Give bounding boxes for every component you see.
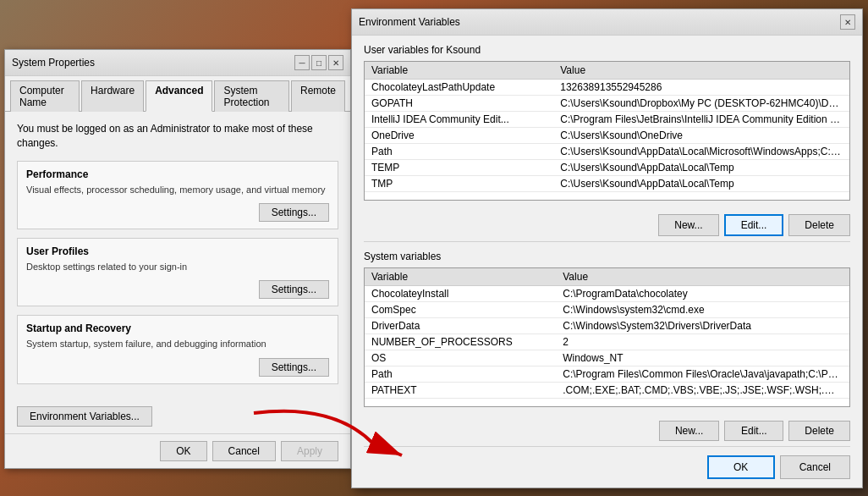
system-variables-table-container[interactable]: Variable Value ChocolateyInstallC:\Progr… <box>364 267 850 407</box>
user-vars-value-header: Value <box>553 62 849 80</box>
table-row[interactable]: PathC:\Program Files\Common Files\Oracle… <box>365 366 849 383</box>
user-profiles-title: User Profiles <box>26 245 329 257</box>
system-vars-delete-button[interactable]: Delete <box>788 421 850 441</box>
table-row[interactable]: ComSpecC:\Windows\system32\cmd.exe <box>365 302 849 318</box>
user-variables-table-container[interactable]: Variable Value ChocolateyLastPathUpdate1… <box>364 61 850 201</box>
user-variables-title: User variables for Ksound <box>364 44 850 56</box>
tab-remote[interactable]: Remote <box>291 80 345 112</box>
table-row[interactable]: ChocolateyInstallC:\ProgramData\chocolat… <box>365 286 849 302</box>
system-variables-title: System variables <box>364 251 850 262</box>
table-row[interactable]: ChocolateyLastPathUpdate1326389135529452… <box>365 80 849 96</box>
performance-settings-button[interactable]: Settings... <box>259 203 329 222</box>
env-vars-ok-button[interactable]: OK <box>707 455 775 479</box>
system-vars-edit-button[interactable]: Edit... <box>724 421 783 441</box>
sys-props-apply-button[interactable]: Apply <box>281 441 338 461</box>
sys-props-content: You must be logged on as an Administrato… <box>5 112 350 403</box>
tab-system-protection[interactable]: System Protection <box>214 80 288 112</box>
env-vars-close-button[interactable]: ✕ <box>840 14 855 30</box>
table-row[interactable]: NUMBER_OF_PROCESSORS2 <box>365 334 849 350</box>
tab-advanced[interactable]: Advanced <box>146 80 212 112</box>
user-variables-table: Variable Value ChocolateyLastPathUpdate1… <box>365 62 849 192</box>
env-vars-cancel-button[interactable]: Cancel <box>780 455 850 479</box>
startup-recovery-desc: System startup, system failure, and debu… <box>26 338 329 350</box>
table-row[interactable]: OSWindows_NT <box>365 350 849 366</box>
system-vars-value-header: Value <box>556 268 849 286</box>
system-vars-buttons: New... Edit... Delete <box>352 416 862 446</box>
sys-props-controls: ─ □ ✕ <box>294 55 343 70</box>
admin-note: You must be logged on as an Administrato… <box>17 122 338 151</box>
performance-desc: Visual effects, processor scheduling, me… <box>26 184 329 196</box>
sys-props-maximize-button[interactable]: □ <box>311 55 327 70</box>
table-row[interactable]: PathC:\Users\Ksound\AppData\Local\Micros… <box>365 144 849 160</box>
table-row[interactable]: PATHEXT.COM;.EXE;.BAT;.CMD;.VBS;.VBE;.JS… <box>365 383 849 399</box>
performance-section: Performance Visual effects, processor sc… <box>17 161 338 229</box>
user-profiles-settings-button[interactable]: Settings... <box>259 280 329 299</box>
user-profiles-section: User Profiles Desktop settings related t… <box>17 238 338 306</box>
sys-props-title: System Properties <box>12 57 95 69</box>
table-row[interactable]: OneDriveC:\Users\Ksound\OneDrive <box>365 128 849 144</box>
sys-props-footer: OK Cancel Apply <box>5 433 350 468</box>
env-vars-controls: ✕ <box>840 14 855 30</box>
table-row[interactable]: DriverDataC:\Windows\System32\Drivers\Dr… <box>365 318 849 334</box>
sys-props-close-button[interactable]: ✕ <box>328 55 343 70</box>
user-variables-tbody: ChocolateyLastPathUpdate1326389135529452… <box>365 80 849 192</box>
user-vars-delete-button[interactable]: Delete <box>788 214 850 236</box>
env-vars-title: Environment Variables <box>359 16 460 28</box>
user-vars-header-row: Variable Value <box>365 62 849 80</box>
system-variables-table: Variable Value ChocolateyInstallC:\Progr… <box>365 268 849 399</box>
user-vars-new-button[interactable]: New... <box>658 214 718 236</box>
user-vars-edit-button[interactable]: Edit... <box>724 214 784 236</box>
sys-props-ok-button[interactable]: OK <box>160 441 206 461</box>
table-row[interactable]: IntelliJ IDEA Community Edit...C:\Progra… <box>365 112 849 128</box>
sys-props-cancel-button[interactable]: Cancel <box>212 441 276 461</box>
system-vars-header-row: Variable Value <box>365 268 849 286</box>
user-vars-variable-header: Variable <box>365 62 553 80</box>
sys-props-tabs: Computer Name Hardware Advanced System P… <box>5 76 350 112</box>
startup-recovery-title: Startup and Recovery <box>26 322 329 334</box>
table-row[interactable]: GOPATHC:\Users\Ksound\Dropbox\My PC (DES… <box>365 96 849 112</box>
table-row[interactable]: TEMPC:\Users\Ksound\AppData\Local\Temp <box>365 160 849 176</box>
user-vars-buttons: New... Edit... Delete <box>352 209 862 241</box>
startup-recovery-settings-button[interactable]: Settings... <box>259 358 329 377</box>
startup-recovery-section: Startup and Recovery System startup, sys… <box>17 315 338 383</box>
user-profiles-desc: Desktop settings related to your sign-in <box>26 261 329 273</box>
env-vars-titlebar: Environment Variables ✕ <box>352 9 862 36</box>
system-vars-new-button[interactable]: New... <box>659 421 719 441</box>
env-vars-btn-row: Environment Variables... <box>5 403 350 433</box>
system-vars-variable-header: Variable <box>365 268 556 286</box>
sys-props-minimize-button[interactable]: ─ <box>294 55 310 70</box>
system-properties-window: System Properties ─ □ ✕ Computer Name Ha… <box>4 49 351 469</box>
environment-variables-button[interactable]: Environment Variables... <box>17 406 152 427</box>
performance-title: Performance <box>26 168 329 180</box>
sys-props-titlebar: System Properties ─ □ ✕ <box>5 50 350 76</box>
tab-hardware[interactable]: Hardware <box>81 80 144 112</box>
user-variables-section: User variables for Ksound Variable Value… <box>352 36 862 209</box>
system-variables-section: System variables Variable Value Chocolat… <box>352 242 862 416</box>
environment-variables-window: Environment Variables ✕ User variables f… <box>351 8 863 488</box>
system-variables-tbody: ChocolateyInstallC:\ProgramData\chocolat… <box>365 286 849 399</box>
tab-computer-name[interactable]: Computer Name <box>10 80 80 112</box>
env-vars-footer: OK Cancel <box>352 447 862 488</box>
table-row[interactable]: TMPC:\Users\Ksound\AppData\Local\Temp <box>365 176 849 192</box>
